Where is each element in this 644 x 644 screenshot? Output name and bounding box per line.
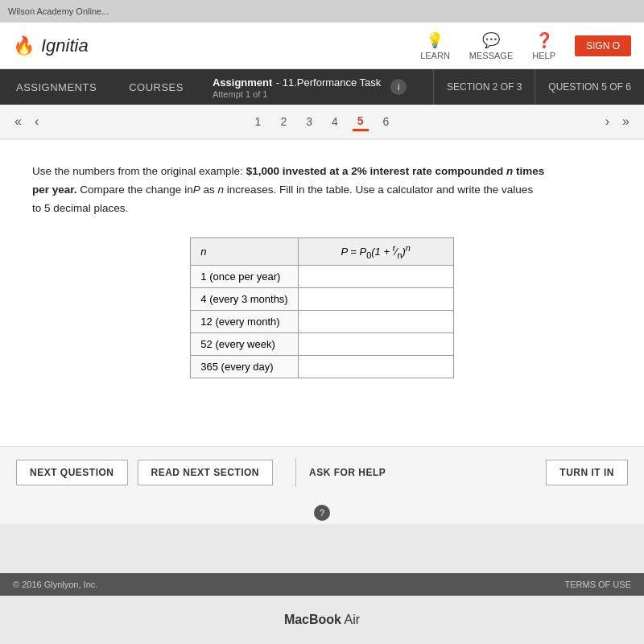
assignment-title: Assignment — [213, 76, 272, 89]
last-page-button[interactable]: » — [616, 111, 636, 132]
table-header-n: n — [191, 237, 298, 265]
question-icon: ❓ — [535, 31, 553, 49]
logo-text: Ignitia — [41, 35, 89, 56]
message-label: MESSAGE — [469, 51, 513, 60]
prev-page-button[interactable]: ‹ — [28, 111, 45, 132]
row-label-4: 52 (every week) — [191, 332, 298, 355]
row-input-2[interactable] — [308, 293, 444, 305]
footer: © 2016 Glynlyon, Inc. TERMS OF USE — [0, 573, 644, 596]
row-input-cell-1[interactable] — [298, 265, 453, 287]
chat-icon: 💬 — [482, 31, 500, 49]
row-input-cell-3[interactable] — [298, 310, 453, 332]
question-label: QUESTION 5 OF 6 — [535, 69, 644, 105]
table-header-formula: P = P0(1 + r⁄n)n — [298, 237, 453, 265]
progress-bar: « ‹ 1 2 3 4 5 6 › » — [0, 105, 644, 140]
table-row: 52 (every week) — [191, 332, 453, 355]
table-wrapper: n P = P0(1 + r⁄n)n 1 (once per year) 4 (… — [32, 237, 612, 378]
flame-icon: 🔥 — [13, 35, 35, 56]
row-input-4[interactable] — [308, 338, 444, 350]
learn-nav-item[interactable]: 💡 LEARN — [420, 31, 450, 60]
assignment-perf-task: 11.Performance Task — [283, 76, 382, 89]
header-nav: 💡 LEARN 💬 MESSAGE ❓ HELP SIGN O — [420, 31, 631, 60]
help-circle-area: ? — [0, 498, 644, 524]
question-text-part2: per year. Compare the change inP as n in… — [32, 184, 533, 196]
next-question-button[interactable]: NEXT QUESTION — [16, 460, 128, 485]
row-input-1[interactable] — [308, 270, 444, 283]
row-label-3: 12 (every month) — [191, 310, 298, 332]
help-nav-item[interactable]: ❓ HELP — [532, 31, 555, 60]
row-input-3[interactable] — [308, 316, 444, 328]
row-input-cell-2[interactable] — [298, 287, 453, 310]
browser-tab-text: Wilson Academy Online... — [8, 6, 109, 16]
help-circle-icon[interactable]: ? — [314, 505, 330, 521]
ask-for-help-link[interactable]: ASK FOR HELP — [309, 467, 386, 478]
info-icon[interactable]: i — [390, 79, 407, 95]
question-5[interactable]: 5 — [353, 113, 369, 131]
row-input-cell-4[interactable] — [298, 332, 453, 355]
section-label: SECTION 2 OF 3 — [433, 69, 535, 105]
turn-it-in-button[interactable]: TURN IT IN — [546, 460, 628, 485]
attempt-label: Attempt 1 of 1 — [213, 89, 381, 99]
vertical-divider — [295, 458, 296, 487]
assignment-subtitle: - — [276, 76, 283, 89]
row-input-5[interactable] — [308, 361, 444, 373]
sign-out-button[interactable]: SIGN O — [575, 35, 631, 56]
table-row: 4 (every 3 months) — [191, 287, 453, 310]
question-3[interactable]: 3 — [301, 114, 317, 130]
learn-label: LEARN — [420, 51, 450, 60]
table-row: 1 (once per year) — [191, 265, 453, 287]
help-label: HELP — [532, 51, 555, 60]
courses-nav[interactable]: COURSES — [113, 69, 200, 105]
macbook-bar: MacBook Air — [0, 596, 644, 644]
browser-bar: Wilson Academy Online... — [0, 0, 644, 23]
next-page-button[interactable]: › — [599, 111, 616, 132]
bottom-actions: NEXT QUESTION READ NEXT SECTION ASK FOR … — [0, 446, 644, 498]
question-numbers: 1 2 3 4 5 6 — [53, 113, 591, 131]
message-nav-item[interactable]: 💬 MESSAGE — [469, 31, 513, 60]
compound-table: n P = P0(1 + r⁄n)n 1 (once per year) 4 (… — [190, 237, 453, 378]
macbook-label: MacBook Air — [284, 613, 360, 627]
terms-of-use-link[interactable]: TERMS OF USE — [564, 580, 631, 589]
table-row: 365 (every day) — [191, 355, 453, 378]
question-4[interactable]: 4 — [327, 114, 343, 130]
table-row: 12 (every month) — [191, 310, 453, 332]
logo-area: 🔥 Ignitia — [13, 35, 89, 56]
nav-bar: ASSIGNMENTS COURSES Assignment - 11.Perf… — [0, 69, 644, 105]
question-1[interactable]: 1 — [250, 114, 266, 130]
question-2[interactable]: 2 — [275, 114, 291, 130]
row-input-cell-5[interactable] — [298, 355, 453, 378]
read-next-section-button[interactable]: READ NEXT SECTION — [138, 460, 274, 485]
app-header: 🔥 Ignitia 💡 LEARN 💬 MESSAGE ❓ HELP SIGN … — [0, 23, 644, 69]
question-text-part3: to 5 decimal places. — [32, 202, 128, 214]
content-area: Use the numbers from the original exampl… — [0, 140, 644, 446]
question-6[interactable]: 6 — [378, 114, 394, 130]
first-page-button[interactable]: « — [8, 111, 28, 132]
row-label-5: 365 (every day) — [191, 355, 298, 378]
lightbulb-icon: 💡 — [426, 31, 444, 49]
assignment-info: Assignment - 11.Performance Task Attempt… — [200, 75, 433, 99]
question-text: Use the numbers from the original exampl… — [32, 163, 580, 218]
row-label-2: 4 (every 3 months) — [191, 287, 298, 310]
question-text-part1: Use the numbers from the original exampl… — [32, 165, 544, 177]
copyright-text: © 2016 Glynlyon, Inc. — [13, 580, 97, 589]
assignments-nav[interactable]: ASSIGNMENTS — [0, 69, 113, 105]
row-label-1: 1 (once per year) — [191, 265, 298, 287]
